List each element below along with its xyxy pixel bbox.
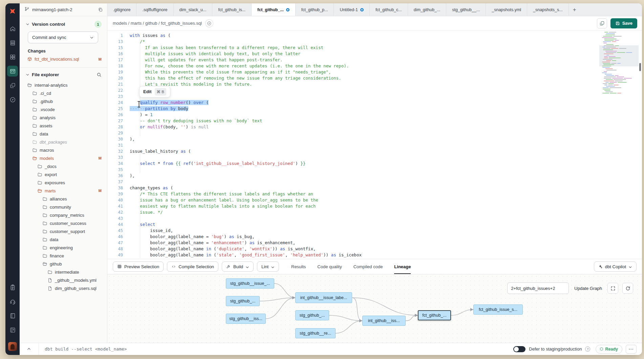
lineage-node[interactable]: fct_github_... bbox=[418, 310, 451, 320]
file-tree-item[interactable]: alliances bbox=[20, 195, 107, 203]
code-line[interactable]: 23 bbox=[107, 93, 642, 100]
editor-tab[interactable]: _snapshots_s... bbox=[527, 3, 569, 16]
environments-icon[interactable] bbox=[7, 37, 18, 48]
code-line[interactable]: 43 bbox=[107, 215, 642, 221]
save-options-button[interactable] bbox=[597, 18, 607, 28]
code-line[interactable]: 22 bbox=[107, 87, 642, 93]
lineage-node[interactable]: fct_github_issue_s... bbox=[473, 304, 523, 315]
code-line[interactable]: 40 issue has a bug or enhancement label.… bbox=[107, 197, 642, 203]
orchestration-icon[interactable] bbox=[7, 94, 18, 105]
lineage-node[interactable]: stg_github__re... bbox=[295, 328, 336, 338]
code-line[interactable]: 28 or nullif(body, '') is null bbox=[107, 124, 642, 130]
code-line[interactable]: 48 boolor_agg(label_name in ('duplicate'… bbox=[107, 246, 642, 252]
code-editor[interactable]: 1with issues as (13 /*15 If an issue has… bbox=[107, 30, 642, 259]
code-line[interactable]: 32issue_label_history as ( bbox=[107, 148, 642, 154]
file-tree-item[interactable]: dbt_packages bbox=[20, 138, 107, 146]
code-line[interactable]: 38change_types as ( bbox=[107, 185, 642, 191]
file-tree-item[interactable]: customer_support bbox=[20, 227, 107, 235]
code-line[interactable]: 37 bbox=[107, 179, 642, 185]
code-line[interactable]: 18 For now, choose the one with more rec… bbox=[107, 63, 642, 69]
editor-tab[interactable]: fct_github_p... bbox=[296, 3, 334, 16]
file-tree-item[interactable]: internal-analytics bbox=[20, 81, 107, 89]
apps-grid-icon[interactable] bbox=[7, 51, 18, 62]
panel-tab-lineage[interactable]: Lineage bbox=[394, 259, 411, 274]
code-line[interactable]: 46 boolor_agg(label_name = 'bug') as is_… bbox=[107, 234, 642, 240]
editor-tab[interactable]: .sqlfluffignore bbox=[136, 3, 173, 16]
code-line[interactable]: 45 issue_id, bbox=[107, 228, 642, 234]
code-line[interactable]: 21 Let's revisit this modeling in the fu… bbox=[107, 81, 642, 87]
editor-tab[interactable]: fct_github_... bbox=[252, 3, 296, 16]
code-line[interactable]: 26 ) = 1 bbox=[107, 112, 642, 118]
code-line[interactable]: 47 boolor_agg(label_name = 'enhancement'… bbox=[107, 240, 642, 246]
version-control-header[interactable]: Version control 1 bbox=[20, 16, 107, 31]
collapse-panel-button[interactable] bbox=[20, 343, 39, 355]
lineage-node[interactable]: stg_github__issue_... bbox=[226, 278, 274, 289]
refresh-button[interactable] bbox=[622, 283, 633, 294]
new-window-icon[interactable] bbox=[7, 80, 18, 91]
file-tree-item[interactable]: .vscode bbox=[20, 105, 107, 113]
editor-scrollbar[interactable] bbox=[639, 63, 641, 71]
help-icon[interactable]: ? bbox=[585, 346, 590, 352]
file-tree-item[interactable]: analysis bbox=[20, 113, 107, 122]
file-tree-item[interactable]: macros bbox=[20, 146, 107, 154]
edit-tooltip[interactable]: Edit ⌘ B bbox=[139, 86, 170, 98]
compile-button[interactable]: Compile Selection bbox=[167, 261, 218, 272]
defer-toggle[interactable] bbox=[513, 346, 525, 352]
file-tree-item[interactable]: finance bbox=[20, 252, 107, 260]
lineage-search-input[interactable] bbox=[507, 282, 569, 294]
file-tree-item[interactable]: .ci_cd bbox=[20, 89, 107, 97]
editor-tab[interactable]: .gitignore bbox=[107, 3, 136, 16]
file-tree-item[interactable]: export bbox=[20, 170, 107, 178]
code-line[interactable]: 30), bbox=[107, 136, 642, 142]
lineage-node[interactable]: stg_github__iss... bbox=[226, 314, 266, 324]
editor-tab[interactable]: fct_github_c... bbox=[370, 3, 408, 16]
search-icon[interactable] bbox=[96, 72, 102, 77]
code-line[interactable]: 41 easiest way to flatten multiple label… bbox=[107, 203, 642, 209]
code-line[interactable]: 29 bbox=[107, 130, 642, 136]
build-button[interactable]: Build bbox=[222, 261, 254, 272]
compass-icon[interactable] bbox=[205, 19, 213, 27]
code-line[interactable]: 36), bbox=[107, 173, 642, 179]
lineage-node[interactable]: int_github__iss... bbox=[362, 316, 406, 326]
save-button[interactable]: Save bbox=[610, 18, 637, 28]
commit-and-sync-button[interactable]: Commit and sync bbox=[28, 31, 98, 43]
dbt-logo-icon[interactable] bbox=[8, 7, 17, 16]
file-tree-item[interactable]: assets bbox=[20, 122, 107, 130]
editor-tab[interactable]: fct_github_is... bbox=[212, 3, 252, 16]
copy-branch-icon[interactable] bbox=[98, 7, 103, 12]
code-line[interactable]: 19 While this prevents the old issue fro… bbox=[107, 69, 642, 75]
editor-tab[interactable]: _snapshots.yml bbox=[486, 3, 527, 16]
file-tree-item[interactable]: _github__models.yml bbox=[20, 276, 107, 284]
code-line[interactable]: 49 boolor_agg(label_name in ('stale', 'g… bbox=[107, 252, 642, 258]
code-line[interactable]: 16 multiple issues with identical body t… bbox=[107, 51, 642, 57]
code-line[interactable]: 13 /* bbox=[107, 39, 642, 45]
file-tree-item[interactable]: github bbox=[20, 260, 107, 268]
home-icon[interactable] bbox=[7, 23, 18, 34]
file-tree-item[interactable]: modelsM bbox=[20, 154, 107, 162]
file-tree-item[interactable]: customer_success bbox=[20, 219, 107, 227]
notes-icon[interactable] bbox=[7, 282, 18, 293]
editor-tab[interactable]: dim_slack_u... bbox=[174, 3, 213, 16]
panel-tab-results[interactable]: Results bbox=[291, 259, 306, 274]
file-tree-item[interactable]: dim_github_users.sql bbox=[20, 284, 107, 292]
code-line[interactable]: 27 -- don't try deduping issues with no … bbox=[107, 118, 642, 124]
file-tree-item[interactable]: exposures bbox=[20, 178, 107, 187]
command-input[interactable]: dbt build --select <model_name> bbox=[45, 346, 127, 352]
file-tree-item[interactable]: data bbox=[20, 235, 107, 244]
preview-button[interactable]: Preview Selection bbox=[113, 261, 164, 272]
lineage-node[interactable]: stg_github_... bbox=[226, 296, 260, 306]
code-line[interactable]: 20 this has the effect of removing the n… bbox=[107, 75, 642, 81]
code-line[interactable]: 44 select bbox=[107, 221, 642, 228]
code-line[interactable]: 35 bbox=[107, 167, 642, 173]
ide-icon[interactable] bbox=[7, 66, 18, 77]
editor-tab[interactable]: dim_github_... bbox=[408, 3, 447, 16]
lineage-node[interactable]: int_github__issue_labe... bbox=[295, 292, 352, 303]
file-tree-item[interactable]: data bbox=[20, 130, 107, 138]
file-tree-item[interactable]: intermediate bbox=[20, 268, 107, 276]
file-tree-item[interactable]: _docs bbox=[20, 162, 107, 170]
editor-tab[interactable]: Untitled-1 bbox=[334, 3, 370, 16]
code-line[interactable]: 31 bbox=[107, 142, 642, 148]
minimap[interactable] bbox=[601, 32, 637, 96]
code-line[interactable]: 17 will get updates for events that happ… bbox=[107, 57, 642, 63]
file-explorer-header[interactable]: File explorer bbox=[20, 68, 107, 80]
